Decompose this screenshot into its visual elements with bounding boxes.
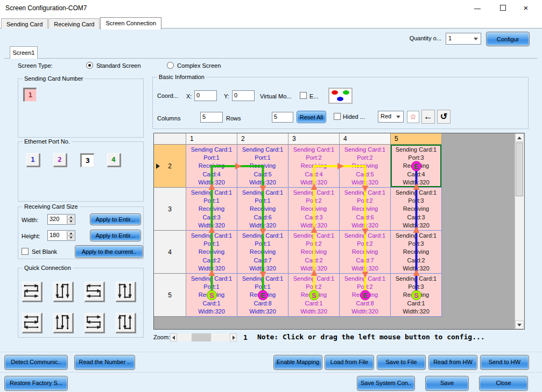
close-button[interactable]: Close: [479, 376, 528, 391]
grid-cell-row5-col1[interactable]: Sending Card:1Port:1ReceivingCard:1Width…: [186, 274, 237, 317]
save-system-con-button[interactable]: Save System Con..: [357, 376, 415, 391]
ethernet-port-4-button[interactable]: 4: [107, 153, 121, 167]
quick-connection-horizontal-top-right-button[interactable]: [85, 282, 105, 302]
quick-connection-vertical-top-right-button[interactable]: [116, 282, 136, 302]
apply-current-button[interactable]: Apply to the current..: [75, 245, 143, 258]
send-to-hw-button[interactable]: Send to HW: [480, 355, 529, 370]
configure-button[interactable]: Configur: [486, 32, 530, 46]
reset-all-button[interactable]: Reset All: [297, 111, 326, 123]
grid-cell-line: Receiving: [186, 291, 237, 299]
height-input[interactable]: 180: [47, 230, 75, 241]
grid-cell-row3-col4[interactable]: Sending Card:1Port:2ReceivingCard:6Width…: [340, 188, 391, 231]
grid-column-header-4[interactable]: 4: [340, 133, 391, 145]
ethernet-port-1-button[interactable]: 1: [26, 153, 40, 167]
grid-column-header-5[interactable]: 5: [391, 133, 442, 145]
grid-cell-line: Port:1: [237, 283, 288, 291]
rows-input[interactable]: 5: [272, 112, 293, 123]
save-button[interactable]: Save: [425, 376, 469, 391]
zoom-slider[interactable]: [170, 333, 237, 341]
grid-row-header-3[interactable]: 3: [154, 188, 186, 231]
close-window-button[interactable]: ×: [517, 1, 535, 16]
scroll-up-button[interactable]: [515, 133, 524, 142]
y-input[interactable]: 0: [232, 90, 255, 101]
width-spinner[interactable]: [67, 215, 74, 224]
grid-column-header-1[interactable]: 1: [186, 133, 237, 145]
zoom-slider-left-button[interactable]: [170, 333, 177, 341]
set-blank-checkbox[interactable]: [22, 248, 29, 255]
line-color-select[interactable]: Red: [378, 111, 404, 123]
quick-connection-horizontal-bottom-right-button[interactable]: [22, 313, 43, 333]
hided-checkbox[interactable]: [334, 113, 341, 120]
restore-factory-s-button[interactable]: Restore Factory S...: [4, 376, 68, 391]
grid-row-header-4[interactable]: 4: [154, 231, 186, 274]
grid-cell-row4-col2[interactable]: Sending Card:1Port:1ReceivingCard:7Width…: [237, 231, 288, 274]
grid-cell-line: Receiving: [340, 162, 390, 170]
grid-cell-row4-col4[interactable]: Sending Card:1Port:2ReceivingCard:7Width…: [340, 231, 391, 274]
mark-star-button[interactable]: ☆: [407, 111, 419, 123]
grid-cell-row2-col3[interactable]: Sending Card:1Port:2ReceivingCard:4Width…: [288, 145, 340, 188]
ethernet-port-2-button[interactable]: 2: [53, 153, 67, 167]
virtual-pixel-button[interactable]: [328, 88, 353, 104]
width-input[interactable]: 320: [47, 214, 75, 225]
quick-connection-vertical-top-left-button[interactable]: [53, 282, 74, 302]
quantity-select[interactable]: 1: [446, 33, 481, 45]
grid-cell-row2-col2[interactable]: Sending Card:1Port:1ReceivingCard:5Width…: [237, 145, 288, 188]
scroll-down-button[interactable]: [515, 320, 524, 329]
grid-row-header-5[interactable]: 5: [154, 274, 186, 317]
ethernet-port-panel: Ethernet Port No. 1234: [18, 141, 144, 202]
read-the-number-button[interactable]: Read the Number ..: [74, 355, 135, 370]
enable-virtual-checkbox[interactable]: [300, 92, 307, 99]
grid-column-header-2[interactable]: 2: [237, 133, 288, 145]
read-from-hw-button[interactable]: Read from HW: [428, 355, 477, 370]
grid-column-header-3[interactable]: 3: [288, 133, 340, 145]
tab-screen1[interactable]: Screen1: [10, 46, 38, 59]
detect-communic-button[interactable]: Detect Communic..: [4, 355, 68, 370]
grid-cell-row5-col5[interactable]: Sending Card:1Port:3ReceivingCard:1Width…: [391, 274, 442, 317]
grid-cell-line: Receiving: [340, 205, 390, 213]
grid-cell-row4-col1[interactable]: Sending Card:1Port:1ReceivingCard:2Width…: [186, 231, 237, 274]
zoom-slider-thumb[interactable]: [192, 333, 211, 341]
x-label: X:: [186, 93, 192, 99]
undo-button[interactable]: ↺: [437, 110, 451, 124]
quick-connection-horizontal-bottom-left-button[interactable]: [85, 313, 105, 333]
grid-vertical-scrollbar[interactable]: [515, 133, 524, 329]
grid-cell-row4-col3[interactable]: Sending Card:1Port:2ReceivingCard:2Width…: [288, 231, 340, 274]
zoom-slider-right-button[interactable]: [230, 333, 237, 341]
grid-cell-row3-col2[interactable]: Sending Card:1Port:1ReceivingCard:6Width…: [237, 188, 288, 231]
grid-cell-row5-col4[interactable]: Sending Card:1Port:2ReceivingCard:8Width…: [340, 274, 391, 317]
height-spinner[interactable]: [67, 231, 74, 240]
grid-cell-row4-col5[interactable]: Sending Card:1Port:3ReceivingCard:2Width…: [391, 231, 442, 274]
apply-width-button[interactable]: Apply to Entir...: [90, 213, 141, 225]
grid-cell-row2-col1[interactable]: Sending Card:1Port:1ReceivingCard:4Width…: [186, 145, 237, 188]
ethernet-port-3-button[interactable]: 3: [80, 153, 94, 167]
quick-connection-vertical-bottom-right-button[interactable]: [53, 313, 74, 333]
grid-row-header-2[interactable]: 2: [154, 145, 186, 188]
main-tab-receiving-card[interactable]: Receiving Card: [48, 18, 100, 30]
save-to-file-button[interactable]: Save to File: [377, 355, 426, 370]
main-tab-screen-connection[interactable]: Screen Connection: [100, 17, 161, 30]
sending-card-1[interactable]: 1: [23, 88, 37, 102]
x-input[interactable]: 0: [194, 90, 217, 101]
grid-cell-row3-col3[interactable]: Sending Card:1Port:2ReceivingCard:3Width…: [288, 188, 340, 231]
quick-connection-vertical-bottom-left-button[interactable]: [116, 313, 136, 333]
scrollbar-thumb[interactable]: [516, 142, 523, 196]
zoom-value: 1: [243, 333, 248, 341]
radio-complex-screen[interactable]: [167, 62, 174, 69]
main-tab-sending-card[interactable]: Sending Card: [1, 18, 48, 30]
apply-height-button[interactable]: Apply to Entir...: [90, 230, 141, 241]
grid-cell-row3-col5[interactable]: Sending Card:1Port:3ReceivingCard:3Width…: [391, 188, 442, 231]
enable-mapping-button[interactable]: Enable Mapping: [273, 355, 322, 370]
maximize-button[interactable]: [494, 1, 512, 16]
columns-input[interactable]: 5: [200, 112, 223, 123]
back-arrow-button[interactable]: ←: [421, 110, 435, 124]
grid-cell-row2-col5[interactable]: Sending Card:1Port:3ReceivingCard:4Width…: [391, 145, 442, 188]
load-from-file-button[interactable]: Load from File: [325, 355, 374, 370]
grid-cell-row5-col3[interactable]: Sending Card:1Port:2ReceivingCard:1Width…: [288, 274, 340, 317]
grid-cell-row5-col2[interactable]: Sending Card:1Port:1ReceivingCard:8Width…: [237, 274, 288, 317]
connection-grid[interactable]: 123452Sending Card:1Port:1ReceivingCard:…: [153, 133, 525, 330]
quick-connection-horizontal-top-left-button[interactable]: [22, 282, 43, 302]
grid-cell-row3-col1[interactable]: Sending Card:1Port:1ReceivingCard:3Width…: [186, 188, 237, 231]
radio-standard-screen[interactable]: [86, 62, 93, 69]
grid-cell-row2-col4[interactable]: Sending Card:1Port:2ReceivingCard:5Width…: [340, 145, 391, 188]
minimize-button[interactable]: [468, 1, 487, 16]
